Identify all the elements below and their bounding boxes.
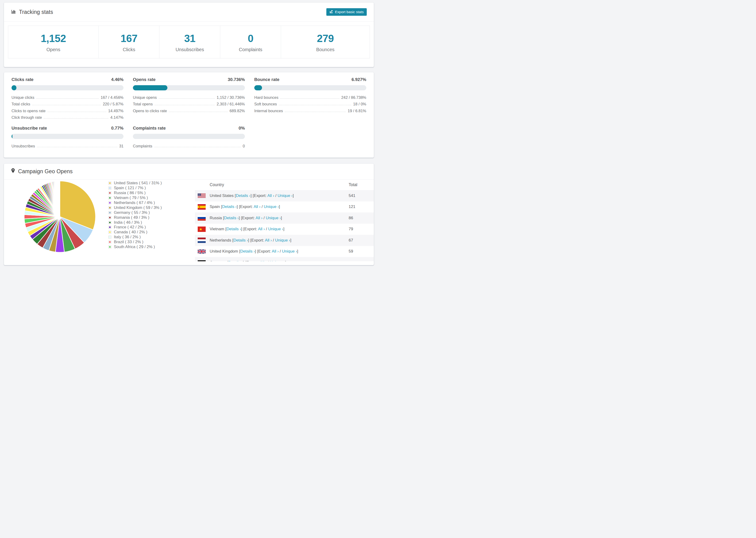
unsubscribes-count: 31	[184, 32, 195, 44]
legend-label: Netherlands ( 67 / 4% )	[114, 200, 155, 205]
legend-swatch-icon	[108, 196, 111, 199]
export-all-link[interactable]: All ›	[272, 249, 279, 253]
export-prefix: [Export:	[243, 227, 258, 231]
details-link[interactable]: Details ›	[233, 238, 248, 242]
export-basic-stats-button[interactable]: Export basic stats	[326, 8, 367, 16]
flag-gb-icon	[198, 249, 206, 253]
dotted-leader	[47, 112, 106, 112]
rate-stat-label: Total clicks	[12, 102, 30, 107]
slash-separator: /	[260, 204, 264, 209]
export-unique-link[interactable]: Unique ›	[282, 249, 297, 253]
export-unique-link[interactable]: Unique ›	[275, 238, 290, 242]
country-total: 86	[349, 216, 374, 220]
rate-stat-row: Hard bounces242 / 86.738%	[254, 94, 366, 100]
legend-item-india[interactable]: India ( 46 / 3% )	[108, 220, 162, 225]
legend-item-brazil[interactable]: Brazil ( 33 / 2% )	[108, 240, 162, 244]
slash-separator: /	[272, 238, 275, 242]
summary-box-unsubscribes: 31 Unsubscribes	[159, 26, 220, 58]
export-all-link[interactable]: All ›	[260, 260, 267, 261]
legend-item-united-states[interactable]: United States ( 541 / 31% )	[108, 181, 162, 186]
rate-stat-row: Internal bounces19 / 6.81%	[254, 107, 366, 114]
details-link[interactable]: Details ›	[227, 227, 241, 231]
rate-stat-label: Total opens	[133, 102, 153, 107]
bracket: ]	[297, 249, 298, 253]
legend-item-italy[interactable]: Italy ( 36 / 2% )	[108, 235, 162, 240]
export-all-link[interactable]: All ›	[267, 193, 274, 198]
complaints-label: Complaints	[239, 47, 262, 52]
legend-item-spain[interactable]: Spain ( 121 / 7% )	[108, 186, 162, 190]
export-all-link[interactable]: All ›	[253, 204, 260, 209]
legend-item-germany[interactable]: Germany ( 55 / 3% )	[108, 210, 162, 215]
country-name: Spain	[210, 204, 221, 209]
legend-item-united-kingdom[interactable]: United Kingdom ( 59 / 3% )	[108, 205, 162, 210]
bounces-count: 279	[317, 32, 334, 44]
geo-pie-legend: United States ( 541 / 31% )Spain ( 121 /…	[108, 181, 162, 249]
rate-stat-row: Total opens2,303 / 61.446%	[133, 100, 245, 107]
geo-table-row-de: Germany [Details ›] [Export: All › / Uni…	[195, 257, 374, 261]
export-unique-link[interactable]: Unique ›	[270, 260, 285, 261]
legend-label: United Kingdom ( 59 / 3% )	[114, 205, 162, 210]
details-link[interactable]: Details ›	[240, 249, 255, 253]
legend-item-romania[interactable]: Romania ( 49 / 3% )	[108, 215, 162, 220]
rate-stat-label: Soft bounces	[254, 102, 277, 107]
legend-item-russia[interactable]: Russia ( 86 / 5% )	[108, 190, 162, 195]
legend-label: Canada ( 40 / 2% )	[114, 230, 147, 235]
bounces-label: Bounces	[316, 47, 335, 52]
rate-progress-fill	[254, 85, 262, 90]
bracket: ]	[237, 204, 239, 209]
summary-box-clicks: 167 Clicks	[98, 26, 159, 58]
rate-value: 0%	[239, 126, 245, 131]
export-prefix: [Export:	[239, 204, 253, 209]
country-total: 121	[349, 204, 374, 209]
legend-label: Vietnam ( 79 / 5% )	[114, 195, 148, 200]
legend-item-south-africa[interactable]: South Africa ( 29 / 2% )	[108, 244, 162, 249]
rate-stat-value: 220 / 5.87%	[103, 102, 124, 107]
geo-opens-title-text: Campaign Geo Opens	[18, 168, 73, 175]
dotted-leader	[159, 98, 215, 99]
legend-swatch-icon	[108, 221, 111, 224]
rate-value: 4.46%	[111, 77, 124, 82]
bracket: ]	[250, 193, 253, 198]
export-unique-link[interactable]: Unique ›	[266, 216, 281, 220]
tracking-stats-card: Tracking stats Export basic stats 1,152 …	[4, 2, 374, 67]
bracket: ]	[281, 216, 282, 220]
slash-separator: /	[279, 249, 282, 253]
rate-stat-row: Complaints0	[133, 142, 245, 149]
opens-label: Opens	[46, 47, 60, 52]
rate-title: Clicks rate	[12, 77, 33, 82]
export-unique-link[interactable]: Unique ›	[268, 227, 283, 231]
details-link[interactable]: Details ›	[228, 260, 243, 261]
legend-item-vietnam[interactable]: Vietnam ( 79 / 5% )	[108, 195, 162, 200]
pie-slice-other[interactable]	[60, 181, 60, 217]
export-unique-link[interactable]: Unique ›	[264, 204, 279, 209]
details-link[interactable]: Details ›	[236, 193, 250, 198]
bracket: ]	[293, 193, 294, 198]
dotted-leader	[169, 112, 228, 112]
total-column-header: Total	[349, 183, 374, 187]
legend-label: India ( 46 / 3% )	[114, 220, 142, 225]
flag-vn-icon	[198, 227, 206, 232]
geo-pie-chart[interactable]	[22, 179, 97, 254]
legend-item-canada[interactable]: Canada ( 40 / 2% )	[108, 230, 162, 235]
export-all-link[interactable]: All ›	[265, 238, 272, 242]
legend-item-netherlands[interactable]: Netherlands ( 67 / 4% )	[108, 200, 162, 205]
legend-swatch-icon	[108, 191, 111, 194]
unsubscribes-label: Unsubscribes	[176, 47, 204, 52]
geo-table-row-nl: Netherlands [Details ›] [Export: All › /…	[195, 235, 374, 246]
export-all-link[interactable]: All ›	[258, 227, 265, 231]
export-unique-link[interactable]: Unique ›	[278, 193, 293, 198]
rate-title: Opens rate	[133, 77, 156, 82]
rate-stat-value: 4.147%	[110, 115, 124, 120]
opens-rate-section: Opens rate30.736%Unique opens1,152 / 30.…	[133, 77, 245, 120]
slash-separator: /	[267, 260, 270, 261]
legend-label: Brazil ( 33 / 2% )	[114, 240, 143, 244]
legend-item-france[interactable]: France ( 42 / 2% )	[108, 225, 162, 230]
summary-boxes: 1,152 Opens 167 Clicks 31 Unsubscribes 0…	[8, 26, 370, 58]
bracket: ]	[243, 260, 245, 261]
dotted-leader	[285, 112, 346, 112]
details-link[interactable]: Details ›	[222, 204, 237, 209]
export-all-link[interactable]: All ›	[256, 216, 262, 220]
details-link[interactable]: Details ›	[224, 216, 239, 220]
legend-swatch-icon	[108, 182, 111, 185]
export-prefix: [Export:	[257, 249, 272, 253]
